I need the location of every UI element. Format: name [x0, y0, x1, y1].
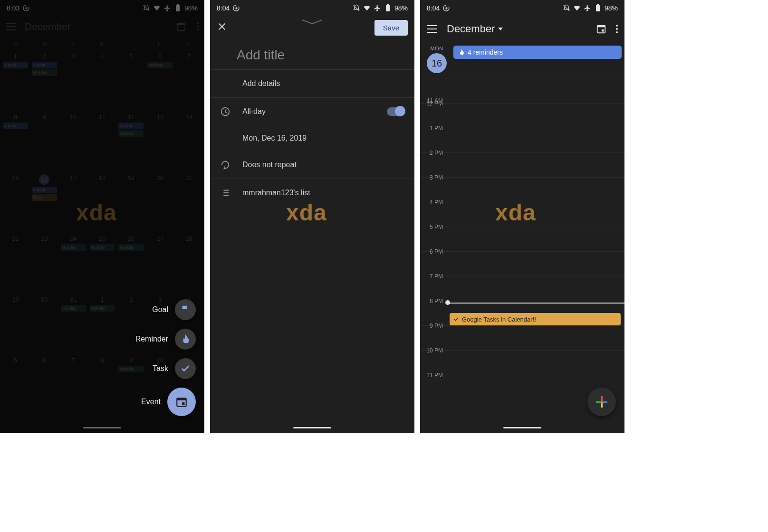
month-dropdown[interactable]: December [447, 23, 503, 35]
svg-rect-13 [596, 5, 600, 11]
all-day-toggle[interactable] [387, 107, 405, 116]
hour-label: 3 PM [420, 174, 448, 199]
status-time: 8:04 [427, 4, 440, 12]
check-icon [180, 363, 191, 374]
hour-label: 12 PM [420, 100, 448, 124]
hour-label: 11 PM [420, 372, 448, 396]
today-calendar-icon[interactable] [596, 24, 606, 34]
date-text: Mon, Dec 16, 2019 [242, 134, 405, 142]
date-row[interactable]: Mon, Dec 16, 2019 [210, 125, 414, 151]
event-button[interactable] [167, 388, 196, 416]
phone-day-screenshot: 8:04 98% December MON 16 4 reminders [420, 0, 624, 433]
title-input[interactable]: Add title [210, 39, 414, 69]
flag-icon [180, 304, 191, 315]
svg-rect-16 [597, 26, 605, 28]
battery-percent: 98% [605, 4, 618, 12]
status-time: 8:04 [217, 4, 230, 12]
list-row[interactable]: mmrahman123's list [210, 179, 414, 207]
save-button[interactable]: Save [374, 20, 408, 36]
task-label: Task [153, 364, 168, 373]
close-button[interactable] [217, 21, 227, 34]
svg-rect-10 [387, 4, 389, 5]
event-label: Event [141, 398, 161, 406]
repeat-row[interactable]: Does not repeat [210, 151, 414, 179]
hour-label: 4 PM [420, 199, 448, 223]
task-event[interactable]: Google Tasks in Calendar!! [450, 313, 621, 325]
drag-handle-icon[interactable] [301, 19, 323, 28]
data-saver-icon [442, 4, 450, 12]
status-bar: 8:04 98% [420, 0, 624, 16]
nav-bar[interactable] [420, 424, 624, 431]
calendar-icon [175, 396, 188, 408]
reminders-text: 4 reminders [468, 48, 503, 56]
speed-dial: Goal Reminder Task Event [135, 299, 196, 416]
battery-icon [594, 4, 602, 12]
svg-rect-6 [177, 398, 186, 400]
chevron-down-icon [498, 26, 503, 32]
goal-button[interactable] [175, 299, 196, 320]
dnd-icon [563, 4, 570, 12]
check-icon [453, 316, 459, 322]
hour-label: 8 PM [420, 298, 448, 322]
list-text: mmrahman123's list [242, 189, 405, 197]
dnd-icon [353, 4, 360, 12]
status-bar: 8:04 98% [210, 0, 414, 16]
notes-icon [220, 78, 230, 89]
hour-label: 2 PM [420, 150, 448, 174]
nav-bar[interactable] [210, 424, 414, 431]
hour-label: 5 PM [420, 224, 448, 248]
reminder-label: Reminder [135, 335, 168, 343]
menu-button[interactable] [427, 25, 437, 33]
battery-percent: 98% [394, 4, 408, 12]
hours-grid[interactable]: 11 AM 12 PM 1 PM 2 PM 3 PM 4 PM 5 PM 6 P… [420, 78, 624, 400]
goal-label: Goal [152, 305, 168, 314]
weekday-label: MON [430, 46, 443, 51]
details-row[interactable]: Add details [210, 70, 414, 97]
phone-month-screenshot: 8:03 98% December SMTWTFS 14 remi 2 [0, 0, 204, 433]
svg-rect-17 [602, 29, 604, 32]
hour-label: 10 PM [420, 347, 448, 371]
more-button[interactable] [616, 25, 618, 33]
all-day-area: MON 16 4 reminders [420, 42, 624, 78]
finger-tap-icon [180, 334, 191, 344]
all-day-label: All-day [242, 107, 375, 116]
now-indicator-dot [445, 300, 450, 305]
svg-rect-7 [182, 402, 184, 405]
day-number: 16 [427, 53, 447, 73]
all-day-row: All-day [210, 98, 414, 125]
svg-rect-14 [597, 4, 599, 5]
airplane-icon [374, 4, 381, 12]
details-label: Add details [242, 79, 405, 88]
app-header: December [420, 16, 624, 42]
plus-icon [596, 396, 607, 408]
list-icon [220, 188, 230, 198]
hour-label: 6 PM [420, 248, 448, 273]
now-indicator [448, 303, 624, 304]
phone-add-task-screenshot: 8:04 98% Save Add title Add details All-… [210, 0, 414, 433]
clock-icon [220, 106, 230, 117]
reminder-button[interactable] [175, 329, 196, 350]
close-icon [217, 21, 227, 32]
fab-create-button[interactable] [587, 388, 616, 416]
task-event-text: Google Tasks in Calendar!! [462, 316, 536, 323]
wifi-icon [573, 4, 581, 12]
svg-rect-9 [386, 5, 390, 11]
wifi-icon [363, 4, 371, 12]
data-saver-icon [232, 4, 240, 12]
reminders-chip[interactable]: 4 reminders [453, 46, 622, 59]
task-button[interactable] [175, 358, 196, 379]
airplane-icon [584, 4, 591, 12]
hour-label: 1 PM [420, 125, 448, 149]
hour-label: 9 PM [420, 323, 448, 347]
repeat-icon [220, 160, 230, 170]
battery-icon [384, 4, 392, 12]
reminder-icon [458, 49, 465, 56]
date-column[interactable]: MON 16 [423, 46, 451, 73]
hour-label: 7 PM [420, 273, 448, 297]
repeat-text: Does not repeat [242, 161, 405, 169]
